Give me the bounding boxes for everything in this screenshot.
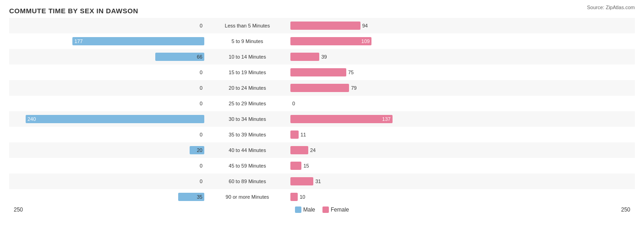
- female-value: 39: [321, 54, 327, 60]
- male-bar: 35: [178, 193, 204, 201]
- bar-row: 015 to 19 Minutes75: [9, 65, 635, 80]
- female-value: 15: [303, 163, 309, 168]
- male-bar: 66: [155, 53, 204, 61]
- female-value-zero: 0: [292, 101, 295, 106]
- male-value: 177: [72, 38, 84, 44]
- legend-male: Male: [295, 206, 315, 213]
- female-bar: 137: [290, 115, 393, 123]
- row-label: 20 to 24 Minutes: [206, 85, 289, 91]
- female-bar: [290, 146, 308, 154]
- chart-area: 0Less than 5 Minutes941775 to 9 Minutes1…: [9, 18, 635, 205]
- male-value-zero: 0: [200, 70, 202, 75]
- bar-row: 3590 or more Minutes10: [9, 189, 635, 205]
- row-label: 10 to 14 Minutes: [206, 54, 289, 60]
- male-bar: 240: [26, 115, 204, 123]
- bottom-area: 250 Male Female 250: [9, 206, 635, 213]
- bar-row: 0Less than 5 Minutes94: [9, 18, 635, 33]
- male-bar: 177: [72, 37, 204, 45]
- female-value: 79: [351, 85, 356, 91]
- male-value: 240: [26, 116, 38, 122]
- male-value-zero: 0: [200, 23, 202, 28]
- row-label: 30 to 34 Minutes: [206, 116, 289, 122]
- male-legend-label: Male: [303, 206, 315, 213]
- row-label: 5 to 9 Minutes: [206, 38, 289, 44]
- row-label: 40 to 44 Minutes: [206, 147, 289, 153]
- row-label: 60 to 89 Minutes: [206, 179, 289, 184]
- female-bar: [290, 68, 346, 76]
- legend-female: Female: [322, 206, 349, 213]
- bar-row: 045 to 59 Minutes15: [9, 158, 635, 174]
- row-label: Less than 5 Minutes: [206, 23, 289, 28]
- bar-row: 025 to 29 Minutes0: [9, 96, 635, 111]
- male-value: 35: [195, 194, 204, 200]
- female-legend-color: [322, 206, 329, 213]
- female-bar: [290, 130, 299, 139]
- female-value: 109: [360, 38, 371, 44]
- bar-row: 1775 to 9 Minutes109: [9, 33, 635, 49]
- female-bar: [290, 53, 319, 61]
- bar-row: 24030 to 34 Minutes137: [9, 111, 635, 127]
- bar-row: 6610 to 14 Minutes39: [9, 49, 635, 65]
- female-value: 75: [348, 70, 354, 75]
- female-legend-label: Female: [331, 206, 349, 213]
- male-value-zero: 0: [200, 85, 202, 91]
- bar-row: 060 to 89 Minutes31: [9, 174, 635, 189]
- male-value-zero: 0: [200, 163, 202, 168]
- row-label: 45 to 59 Minutes: [206, 163, 289, 168]
- legend: Male Female: [23, 206, 621, 213]
- female-value: 94: [362, 23, 368, 28]
- row-label: 90 or more Minutes: [206, 194, 289, 200]
- female-value: 11: [300, 132, 306, 137]
- female-bar: [290, 84, 349, 92]
- male-value-zero: 0: [200, 179, 202, 184]
- chart-container: COMMUTE TIME BY SEX IN DAWSON Source: Zi…: [0, 0, 644, 239]
- bar-row: 035 to 39 Minutes11: [9, 127, 635, 142]
- female-bar: [290, 193, 298, 201]
- female-bar: [290, 22, 360, 30]
- row-label: 35 to 39 Minutes: [206, 132, 289, 137]
- male-legend-color: [295, 206, 301, 213]
- female-value: 137: [380, 116, 392, 122]
- female-value: 10: [300, 194, 305, 200]
- male-value-zero: 0: [200, 132, 202, 137]
- female-bar: 109: [290, 37, 371, 45]
- male-value: 20: [195, 147, 204, 153]
- male-value-zero: 0: [200, 101, 202, 106]
- female-bar: [290, 177, 313, 185]
- row-label: 25 to 29 Minutes: [206, 101, 289, 106]
- female-value: 31: [315, 179, 321, 184]
- row-label: 15 to 19 Minutes: [206, 70, 289, 75]
- axis-left-label: 250: [14, 206, 23, 213]
- female-value: 24: [310, 147, 316, 153]
- bar-row: 020 to 24 Minutes79: [9, 80, 635, 96]
- male-value: 66: [195, 54, 204, 60]
- chart-title: COMMUTE TIME BY SEX IN DAWSON: [9, 5, 138, 17]
- male-bar: 20: [190, 146, 205, 154]
- bar-row: 2040 to 44 Minutes24: [9, 142, 635, 158]
- female-bar: [290, 162, 301, 170]
- source-text: Source: ZipAtlas.com: [587, 5, 635, 10]
- axis-right-label: 250: [621, 206, 630, 213]
